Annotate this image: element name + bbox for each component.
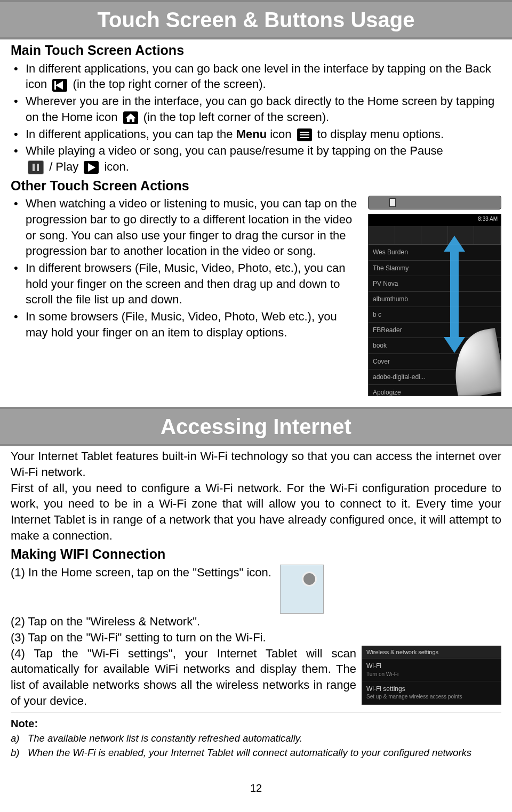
body-text: to display menu options. [317,127,444,141]
svg-rect-4 [33,164,35,171]
body-text: Your Internet Tablet features built-in W… [11,448,501,480]
note-item: a) The available network list is constan… [11,732,501,745]
phone-tabs [369,226,501,245]
body-text: When watching a video or listening to mu… [26,197,357,258]
svg-rect-5 [37,164,39,171]
thumb-row-sub: Turn on Wi-Fi [366,671,497,678]
thumb-header: Wireless & network settings [362,646,501,659]
clock-text: 8:33 AM [478,216,498,222]
menu-icon [297,128,312,141]
status-bar: 8:33 AM [369,214,501,226]
list-item: In different applications, you can tap t… [11,126,501,142]
svg-rect-1 [300,132,309,133]
svg-rect-2 [300,134,309,135]
list-item: In some browsers (File, Music, Video, Ph… [11,309,362,340]
banner-touch-screen: Touch Screen & Buttons Usage [0,0,512,39]
step-text: (3) Tap on the "Wi-Fi" setting to turn o… [11,630,501,646]
step-text: (1) In the Home screen, tap on the "Sett… [11,566,271,579]
body-text: While playing a video or song, you can p… [26,144,443,157]
svg-rect-3 [300,137,309,138]
body-text: In different applications, you can tap t… [26,127,236,141]
body-text: In some browsers (File, Music, Video, Ph… [26,310,337,339]
heading-wifi-connection: Making WIFI Connection [11,545,501,564]
thumb-row-title: Wi-Fi [366,662,497,670]
list-item: b c [369,307,501,323]
list-item: albumthumb [369,292,501,307]
body-text: / Play [49,160,82,173]
divider [11,712,501,712]
list-item: In different applications, you can go ba… [11,61,501,92]
list-item: Wes Burden [369,245,501,260]
body-text: icon. [104,160,129,173]
phone-screenshot: 8:33 AM Wes Burden The Slammy PV Nova al… [368,214,501,396]
list-item: While playing a video or song, you can p… [11,143,501,174]
pause-icon [28,160,44,174]
home-icon [123,111,138,124]
note-label: b) [11,746,22,760]
wifi-settings-thumbnail: Wireless & network settings Wi-Fi Turn o… [362,646,501,705]
body-text: icon [267,127,291,141]
progress-bar-graphic [368,196,501,210]
other-bullet-list: When watching a video or listening to mu… [11,196,362,340]
list-item: The Slammy [369,261,501,276]
heading-other-touch: Other Touch Screen Actions [11,177,501,195]
note-label: a) [11,732,22,745]
list-item: When watching a video or listening to mu… [11,196,362,259]
body-text: (in the top left corner of the screen). [143,110,330,124]
settings-icon-thumbnail [280,565,324,614]
step-text: (2) Tap on the "Wireless & Network". [11,614,501,630]
note-list: a) The available network list is constan… [11,732,501,760]
note-text: The available network list is constantly… [28,732,302,745]
body-text-bold: Menu [236,127,267,141]
body-text: In different browsers (File, Music, Vide… [26,261,346,306]
svg-rect-0 [54,81,56,90]
heading-main-touch: Main Touch Screen Actions [11,42,501,60]
play-icon [84,161,99,174]
thumb-row: Wi-Fi Turn on Wi-Fi [362,658,501,681]
thumb-row: Wi-Fi settings Set up & manage wireless … [362,681,501,704]
banner-accessing-internet: Accessing Internet [0,407,512,446]
note-text: When the Wi-Fi is enabled, your Internet… [28,746,471,760]
list-item: PV Nova [369,276,501,292]
page-number: 12 [11,781,501,795]
note-heading: Note: [11,717,501,731]
list-item: In different browsers (File, Music, Vide… [11,260,362,308]
body-text: First of all, you need to configure a Wi… [11,480,501,544]
back-icon [52,79,67,92]
illustration-scroll-gesture: 8:33 AM Wes Burden The Slammy PV Nova al… [368,196,501,396]
thumb-row-sub: Set up & manage wireless access points [366,693,497,701]
body-text: (in the top right corner of the screen). [73,77,266,91]
thumb-row-title: Wi-Fi settings [366,685,497,693]
note-item: b) When the Wi-Fi is enabled, your Inter… [11,746,501,760]
list-item: Wherever you are in the interface, you c… [11,93,501,125]
main-bullet-list: In different applications, you can go ba… [11,61,501,175]
